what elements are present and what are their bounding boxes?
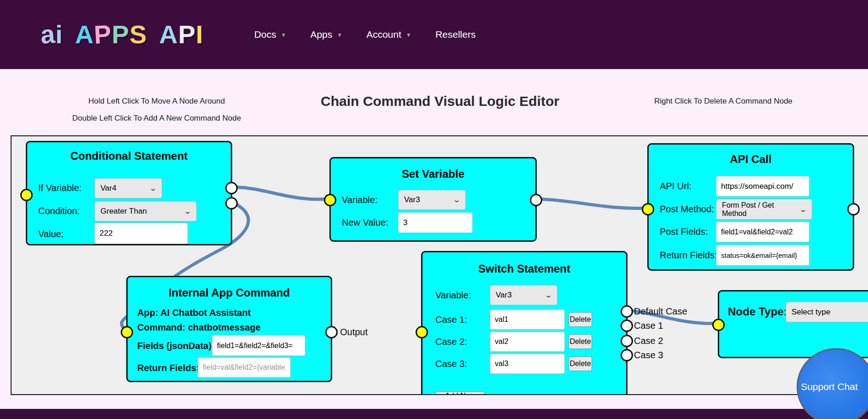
case-2-input[interactable] [490, 332, 565, 352]
output-port-case-2[interactable] [621, 335, 633, 347]
variable-value: Var3 [404, 195, 420, 204]
input-port[interactable] [324, 194, 336, 206]
api-url-input[interactable] [716, 176, 809, 197]
case-1-input[interactable] [490, 309, 565, 330]
output-port-case-3[interactable] [621, 349, 633, 361]
logic-editor-canvas[interactable]: Conditional Statement If Variable: Var4 … [11, 135, 868, 395]
condition-value: Greater Than [100, 207, 147, 216]
nav-docs-label: Docs [254, 29, 276, 40]
variable-label: Variable: [435, 290, 471, 301]
input-port[interactable] [642, 203, 654, 215]
delete-case-1-button[interactable]: Delete [569, 312, 592, 327]
input-port[interactable] [712, 319, 725, 331]
node-title: Conditional Statement [27, 150, 231, 163]
variable-select[interactable]: Var3 ⌄ [490, 285, 557, 305]
return-fields-label: Return Fields: [660, 250, 717, 261]
node-title: Internal App Command [128, 286, 331, 299]
post-method-value: Form Post / Get Method [722, 201, 800, 218]
output-port-default[interactable] [621, 305, 633, 318]
logo-letter: P [178, 22, 196, 47]
variable-value: Var3 [496, 291, 512, 300]
nav-apps[interactable]: Apps ▼ [310, 29, 342, 40]
node-api-call[interactable]: API Call API Url: Post Method: Form Post… [647, 143, 854, 271]
node-conditional-statement[interactable]: Conditional Statement If Variable: Var4 … [26, 141, 232, 245]
delete-case-2-button[interactable]: Delete [569, 334, 592, 349]
node-type-select[interactable]: Select type [786, 302, 868, 322]
if-variable-select[interactable]: Var4 ⌄ [94, 178, 162, 198]
logo-letter: A [159, 22, 178, 47]
fields-jsondata-label: Fields (jsonData): [137, 341, 215, 351]
return-fields-input[interactable] [716, 245, 809, 266]
output-port-true[interactable] [225, 182, 238, 194]
logo-letter: a [40, 21, 56, 48]
fields-jsondata-input[interactable] [212, 335, 305, 356]
logo-letter: i [55, 22, 63, 47]
output-port[interactable] [325, 326, 338, 338]
case-2-label: Case 2: [435, 337, 467, 347]
if-variable-label: If Variable: [38, 183, 82, 193]
node-switch-statement[interactable]: Switch Statement Variable: Var3 ⌄ Case 1… [421, 251, 628, 395]
output-port-case-1[interactable] [621, 320, 633, 332]
api-url-label: API Url: [660, 181, 692, 192]
condition-select[interactable]: Greater Than ⌄ [94, 201, 197, 221]
case-1-label: Case 1: [435, 314, 467, 325]
page-title: Chain Command Visual Logic Editor [272, 93, 608, 109]
input-port[interactable] [20, 189, 33, 201]
hint-delete-node: Right Click To Delete A Command Node [636, 97, 811, 106]
input-port[interactable] [121, 326, 133, 338]
nav-resellers-label: Resellers [435, 29, 476, 40]
chevron-down-icon: ⌄ [799, 205, 808, 214]
condition-label: Condition: [38, 206, 80, 216]
main-nav: Docs ▼ Apps ▼ Account ▼ Resellers [254, 29, 476, 40]
logo-letter: A [75, 22, 94, 47]
case-3-input[interactable] [490, 354, 565, 374]
node-title: Set Variable [331, 168, 535, 180]
output-port[interactable] [530, 194, 542, 206]
output-port[interactable] [847, 203, 860, 215]
output-default-label: Default Case [634, 306, 687, 317]
post-method-select[interactable]: Form Post / Get Method ⌄ [716, 199, 812, 220]
wire-setvariable-to-apicall [537, 199, 647, 209]
variable-select[interactable]: Var3 ⌄ [398, 190, 466, 210]
value-input[interactable] [94, 223, 188, 244]
add-new-case-button[interactable]: Add New Case [435, 391, 485, 395]
nav-account[interactable]: Account ▼ [366, 29, 411, 40]
return-fields-input[interactable] [198, 357, 291, 378]
new-value-input[interactable] [398, 212, 473, 233]
nav-apps-label: Apps [310, 29, 332, 40]
node-type-value: Select type [792, 308, 830, 317]
output-case-1-label: Case 1 [634, 320, 663, 331]
new-value-label: New Value: [342, 217, 388, 228]
hint-add-node: Double Left Click To Add A New Command N… [55, 114, 258, 123]
if-variable-value: Var4 [100, 184, 117, 193]
nav-resellers[interactable]: Resellers [435, 29, 476, 40]
node-set-variable[interactable]: Set Variable Variable: Var3 ⌄ New Value: [329, 157, 537, 242]
chevron-down-icon: ▼ [281, 32, 286, 38]
input-port[interactable] [416, 326, 428, 338]
logo-letter: P [94, 21, 112, 48]
post-fields-input[interactable] [716, 221, 809, 242]
output-port-false[interactable] [225, 197, 238, 210]
chevron-down-icon: ⌄ [545, 291, 553, 299]
node-title: Switch Statement [422, 262, 626, 275]
output-case-3-label: Case 3 [634, 350, 663, 361]
variable-label: Variable: [342, 195, 377, 205]
node-title: API Call [649, 153, 853, 166]
post-fields-label: Post Fields: [660, 227, 708, 237]
logo[interactable]: a i A P P S A P I [41, 22, 204, 47]
node-internal-app-command[interactable]: Internal App Command App: AI Chatbot Ass… [126, 276, 332, 382]
node-new-node-type[interactable]: Node Type: Select type [718, 290, 868, 358]
nav-docs[interactable]: Docs ▼ [254, 29, 287, 40]
delete-case-3-button[interactable]: Delete [569, 356, 592, 371]
logo-letter: I [196, 22, 204, 47]
chevron-down-icon: ▼ [406, 32, 411, 38]
chevron-down-icon: ⌄ [453, 196, 461, 204]
post-method-label: Post Method: [660, 204, 714, 215]
chevron-down-icon: ▼ [337, 32, 342, 38]
case-3-label: Case 3: [435, 359, 467, 369]
chevron-down-icon: ⌄ [149, 184, 158, 192]
chevron-down-icon: ⌄ [184, 207, 192, 215]
output-port-label: Output [340, 327, 368, 338]
hint-move-node: Hold Left Click To Move A Node Around [60, 97, 253, 106]
footer [0, 409, 868, 419]
